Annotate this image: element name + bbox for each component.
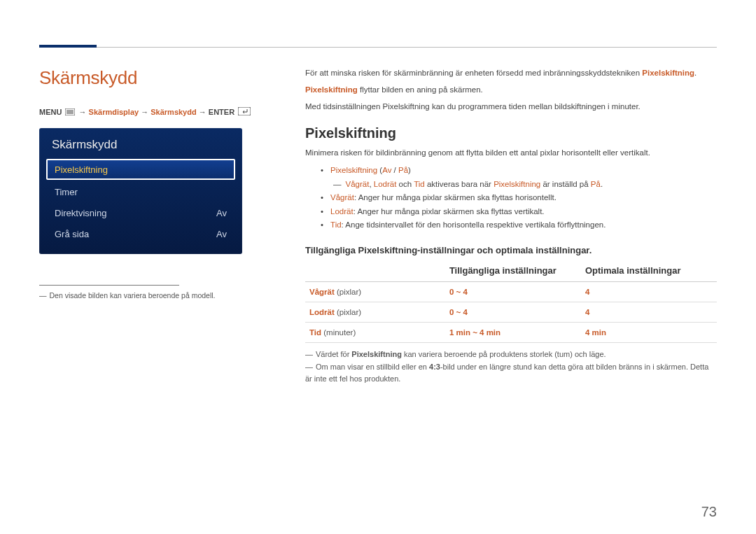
panel-item-pixelskiftning[interactable]: Pixelskiftning <box>46 159 235 180</box>
panel-item-timer[interactable]: Timer <box>46 181 235 202</box>
disclaimer: ―Den visade bilden kan variera beroende … <box>39 291 277 300</box>
text-highlight: Pixelskiftning <box>305 85 358 94</box>
menu-label: MENU <box>39 108 62 116</box>
text: Värdet för <box>316 350 351 358</box>
subnote-text: Vågrät, Lodrät och Tid aktiveras bara nä… <box>346 178 603 192</box>
dash-icon: ― <box>333 178 342 192</box>
text: : Ange tidsintervallet för den horisonte… <box>342 220 606 229</box>
dash-icon: ― <box>305 350 313 358</box>
disclaimer-text: Den visade bilden kan variera beroende p… <box>50 291 216 300</box>
text-highlight: Tid <box>414 180 425 188</box>
bullet-item: • Pixelskiftning (Av / På) <box>321 164 717 178</box>
bullet-item: • Lodrät: Anger hur många pixlar skärmen… <box>321 205 717 219</box>
dash-icon: ― <box>305 363 313 371</box>
footnotes: ―Värdet för Pixelskiftning kan variera b… <box>305 349 717 386</box>
text-highlight: Lodrät <box>330 207 354 216</box>
text: ) <box>408 166 411 174</box>
text-highlight: Av <box>382 166 391 174</box>
text: (pixlar) <box>335 288 361 296</box>
text: flyttar bilden en aning på skärmen. <box>358 85 483 94</box>
text: aktiveras bara när <box>425 180 493 188</box>
text-bold: Pixelskiftning <box>351 350 402 358</box>
text: : Anger hur många pixlar skärmen ska fly… <box>354 207 545 216</box>
cell-optimal: 4 <box>581 302 717 322</box>
text-highlight: Pixelskiftning <box>493 180 540 188</box>
bullet-item: • Vågrät: Anger hur många pixlar skärmen… <box>321 191 717 205</box>
text: För att minska risken för skärminbrännin… <box>305 69 642 77</box>
settings-table: Tillgängliga inställningar Optimala inst… <box>305 260 717 343</box>
cell-available: 0 ~ 4 <box>445 281 581 302</box>
bullet-list: • Pixelskiftning (Av / På) ― Vågrät, Lod… <box>321 164 717 232</box>
svg-rect-4 <box>238 107 251 115</box>
col-header-available: Tillgängliga inställningar <box>445 260 581 282</box>
table-row: Lodrät (pixlar) 0 ~ 4 4 <box>305 302 717 322</box>
text-highlight: Tid <box>309 328 321 337</box>
text: / <box>391 166 398 174</box>
col-header-optimal: Optimala inställningar <box>581 260 717 282</box>
bullet-icon: • <box>321 191 323 205</box>
left-column: Skärmskydd MENU → Skärmdisplay → Skärmsk… <box>39 67 277 386</box>
text: . <box>601 180 603 188</box>
text-highlight: Lodrät <box>374 180 397 188</box>
panel-item-direktvisning[interactable]: Direktvisning Av <box>46 202 235 223</box>
footnote: ―Värdet för Pixelskiftning kan variera b… <box>305 349 717 361</box>
text-highlight: Vågrät <box>309 288 335 296</box>
table-row: Vågrät (pixlar) 0 ~ 4 4 <box>305 281 717 302</box>
cell-available: 1 min ~ 4 min <box>445 322 581 342</box>
text-highlight: Vågrät <box>330 193 354 202</box>
menu-path: MENU → Skärmdisplay → Skärmskydd → ENTER <box>39 107 277 118</box>
table-row: Tid (minuter) 1 min ~ 4 min 4 min <box>305 322 717 342</box>
panel-item-label: Timer <box>55 187 78 197</box>
intro-para-3: Med tidsinställningen Pixelskiftning kan… <box>305 101 717 113</box>
bullet-text: Tid: Ange tidsintervallet för den horiso… <box>330 218 606 232</box>
bullet-subnote: ― Vågrät, Lodrät och Tid aktiveras bara … <box>333 178 717 192</box>
panel-item-label: Pixelskiftning <box>55 164 108 175</box>
page-number: 73 <box>701 504 717 520</box>
top-bar <box>39 0 717 48</box>
text-highlight: Pixelskiftning <box>642 69 694 77</box>
arrow: → <box>199 108 209 116</box>
intro-para-2: Pixelskiftning flyttar bilden en aning p… <box>305 84 717 97</box>
breadcrumb-seg-2: Skärmskydd <box>150 108 196 116</box>
panel-item-value: Av <box>216 208 227 218</box>
divider <box>39 285 179 286</box>
intro-para-1: För att minska risken för skärminbrännin… <box>305 67 717 80</box>
enter-label: ENTER <box>209 108 234 116</box>
panel-item-gra-sida[interactable]: Grå sida Av <box>46 223 235 244</box>
bullet-item: • Tid: Ange tidsintervallet för den hori… <box>321 218 717 232</box>
breadcrumb-seg-1: Skärmdisplay <box>89 108 139 116</box>
arrow: → <box>141 108 150 116</box>
right-column: För att minska risken för skärminbrännin… <box>305 67 717 386</box>
subsection-desc: Minimera risken för bildinbränning genom… <box>305 147 717 160</box>
text: är inställd på <box>540 180 591 188</box>
text: Om man visar en stillbild eller en <box>316 363 429 371</box>
cell-optimal: 4 <box>581 281 717 302</box>
text: (minuter) <box>321 328 356 337</box>
panel-item-label: Direktvisning <box>55 208 106 218</box>
cell-name: Tid (minuter) <box>305 322 445 342</box>
cell-name: Lodrät (pixlar) <box>305 302 445 322</box>
topbar-accent <box>39 45 97 48</box>
text-highlight: På <box>591 180 601 188</box>
text-highlight: Tid <box>330 220 342 229</box>
cell-available: 0 ~ 4 <box>445 302 581 322</box>
content-columns: Skärmskydd MENU → Skärmdisplay → Skärmsk… <box>39 67 717 386</box>
bullet-text: Pixelskiftning (Av / På) <box>330 164 411 178</box>
menu-icon <box>65 108 75 118</box>
bullet-icon: • <box>321 205 323 219</box>
text-highlight: På <box>398 166 408 174</box>
text: . <box>694 69 696 77</box>
bullet-text: Vågrät: Anger hur många pixlar skärmen s… <box>330 191 556 205</box>
footnote: ―Om man visar en stillbild eller en 4:3-… <box>305 361 717 386</box>
text-highlight: Pixelskiftning <box>330 166 377 174</box>
bullet-text: Lodrät: Anger hur många pixlar skärmen s… <box>330 205 545 219</box>
text: (pixlar) <box>335 308 361 316</box>
cell-optimal: 4 min <box>581 322 717 342</box>
text: : Anger hur många pixlar skärmen ska fly… <box>354 193 556 202</box>
table-header-row: Tillgängliga inställningar Optimala inst… <box>305 260 717 282</box>
text: och <box>396 180 414 188</box>
panel-item-label: Grå sida <box>55 229 89 239</box>
text: kan variera beroende på produktens storl… <box>402 350 606 358</box>
cell-name: Vågrät (pixlar) <box>305 281 445 302</box>
enter-icon <box>238 107 251 118</box>
